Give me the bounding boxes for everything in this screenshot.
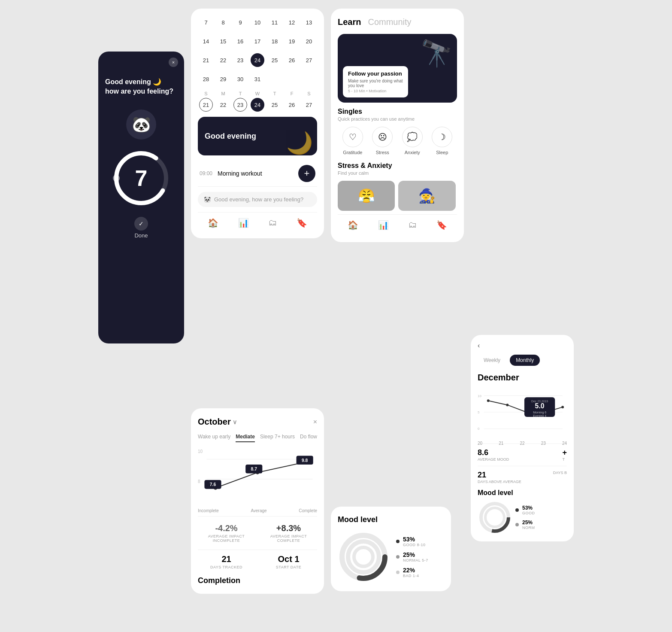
week-toggle: Weekly Monthly xyxy=(478,355,567,366)
trend-label: T xyxy=(562,457,567,462)
cal-day[interactable]: 19 xyxy=(285,34,299,48)
days-tracked: 21 DAYS TRACKED xyxy=(198,554,255,569)
sleep-icon: ☽ xyxy=(432,127,452,147)
icon-stress[interactable]: ☹ Stress xyxy=(372,127,393,155)
cal-day[interactable]: 10 xyxy=(251,15,264,29)
cal-day[interactable]: 23 xyxy=(233,53,247,67)
stat-value-negative: -4.2% xyxy=(198,523,255,533)
toggle-monthly[interactable]: Monthly xyxy=(510,355,540,366)
icon-sleep[interactable]: ☽ Sleep xyxy=(432,127,452,155)
good-dot xyxy=(396,540,400,543)
cal-day-today[interactable]: 24 xyxy=(251,53,264,67)
cal-day[interactable]: 27 xyxy=(302,53,316,67)
start-date-label: START DATE xyxy=(260,565,317,569)
cal-day[interactable]: 9 xyxy=(233,15,247,29)
banner-text: Good evening xyxy=(205,132,256,141)
banner-illustration: 🌙 xyxy=(286,131,313,155)
cal-day[interactable]: 29 xyxy=(216,72,230,86)
tab-wake[interactable]: Wake up early xyxy=(198,434,230,442)
x-labels: Incomplete Average Complete xyxy=(198,508,317,513)
tab-learn[interactable]: Learn xyxy=(338,17,361,27)
cal-day[interactable]: 27 xyxy=(302,98,316,112)
cal-day[interactable]: 18 xyxy=(268,34,282,48)
workout-item[interactable]: 09:00 Morning workout + xyxy=(198,161,317,187)
dec-stat-row2: 21 DAYS ABOVE AVERAGE DAYS B xyxy=(478,471,567,484)
singles-desc: Quick practices you can use anytime xyxy=(338,116,457,122)
learn-nav-bookmark[interactable]: 🔖 xyxy=(433,218,451,232)
stats-grid: -4.2% AVERAGE IMPACTINCOMPLETE +8.3% AVE… xyxy=(198,523,317,543)
svg-point-2 xyxy=(113,175,120,182)
cal-day[interactable]: 28 xyxy=(199,72,213,86)
cal-day[interactable]: 13 xyxy=(302,15,316,29)
gratitude-icon: ♡ xyxy=(342,127,363,147)
nav-stats[interactable]: 📊 xyxy=(235,216,252,230)
cal-day[interactable]: 30 xyxy=(233,72,247,86)
nav-home[interactable]: 🏠 xyxy=(204,216,222,230)
hero-card: Follow your passion Make sure you're doi… xyxy=(343,66,408,97)
days-above-stat: 21 DAYS ABOVE AVERAGE xyxy=(478,471,521,484)
cal-day[interactable]: 26 xyxy=(285,53,299,67)
cal-day[interactable]: 26 xyxy=(285,98,299,112)
toggle-weekly[interactable]: Weekly xyxy=(478,355,506,366)
tab-mediate[interactable]: Mediate xyxy=(236,434,255,442)
nav-calendar[interactable]: 🗂 xyxy=(265,216,280,230)
cal-day-circled[interactable]: 23 xyxy=(233,98,247,112)
nav-bookmark[interactable]: 🔖 xyxy=(293,216,311,230)
avg-mood-value: 8.6 xyxy=(478,448,509,457)
chart-svg: 7.6 8.7 9.8 xyxy=(198,453,317,505)
check-icon: ✓ xyxy=(134,217,148,231)
cal-day[interactable]: 22 xyxy=(216,53,230,67)
icon-anxiety[interactable]: 💭 Anxiety xyxy=(402,127,423,155)
cal-day[interactable]: 11 xyxy=(268,15,282,29)
cal-day[interactable]: 31 xyxy=(251,72,264,86)
learn-nav-home[interactable]: 🏠 xyxy=(344,218,362,232)
stat-label-negative: AVERAGE IMPACTINCOMPLETE xyxy=(198,534,255,543)
svg-point-26 xyxy=(487,399,490,402)
tab-community[interactable]: Community xyxy=(368,17,411,27)
tab-sleep[interactable]: Sleep 7+ hours xyxy=(260,434,295,442)
mood-title: Mood level xyxy=(338,515,444,524)
trend-value: + xyxy=(562,448,567,457)
cal-day[interactable]: 12 xyxy=(285,15,299,29)
done-button[interactable]: ✓ Done xyxy=(105,217,177,239)
hero-card-desc: Make sure you're doing what you love xyxy=(348,79,403,88)
cal-day[interactable]: 22 xyxy=(216,98,230,112)
add-button[interactable]: + xyxy=(298,165,315,182)
cal-day-today[interactable]: 24 xyxy=(251,98,264,112)
cal-day[interactable]: 17 xyxy=(251,34,264,48)
cal-day[interactable]: 14 xyxy=(199,34,213,48)
svg-text:7.6: 7.6 xyxy=(210,482,216,487)
cal-day[interactable]: 7 xyxy=(199,15,213,29)
learn-nav-calendar[interactable]: 🗂 xyxy=(405,218,420,232)
days-above-value: 21 xyxy=(478,471,521,480)
cal-day[interactable]: 25 xyxy=(268,53,282,67)
cal-day[interactable]: 15 xyxy=(216,34,230,48)
evening-banner: Good evening 🌙 xyxy=(198,117,317,155)
learn-nav-stats[interactable]: 📊 xyxy=(375,218,392,232)
y-label-10: 10 xyxy=(198,449,203,454)
stress-anxiety-desc: Find your calm xyxy=(338,170,457,176)
sleep-label: Sleep xyxy=(436,150,448,155)
close-icon[interactable]: × xyxy=(313,418,317,426)
back-button[interactable]: ‹ xyxy=(478,342,567,349)
calendar-week1: 7 8 9 10 11 12 13 xyxy=(198,15,317,29)
cal-day[interactable]: 20 xyxy=(302,34,316,48)
start-date-value: Oct 1 xyxy=(260,554,317,564)
cal-day[interactable]: 16 xyxy=(233,34,247,48)
cal-day[interactable]: 25 xyxy=(268,98,282,112)
close-button[interactable]: × xyxy=(169,58,178,67)
cal-day[interactable]: 21 xyxy=(199,53,213,67)
chat-icon: 🐼 xyxy=(204,196,211,203)
dec-chart-svg: 10 5 0 Dec 23,20 xyxy=(478,388,567,439)
svg-text:8.7: 8.7 xyxy=(251,467,257,471)
tab-flow[interactable]: Do flow w xyxy=(300,434,317,442)
gratitude-label: Gratitude xyxy=(343,150,362,155)
stress-images: 😤 🧙 xyxy=(338,181,457,211)
avg-mood-label: AVERAGE MOOD xyxy=(478,457,509,462)
panda-avatar: 🐼 xyxy=(126,109,156,140)
cal-day[interactable]: 8 xyxy=(216,15,230,29)
chat-input[interactable]: 🐼 Good evening, how are you feeling? xyxy=(198,192,317,207)
legend-good: 53% GOOD 8-10 xyxy=(396,536,428,547)
cal-day-circled[interactable]: 21 xyxy=(199,98,213,112)
icon-gratitude[interactable]: ♡ Gratitude xyxy=(342,127,363,155)
